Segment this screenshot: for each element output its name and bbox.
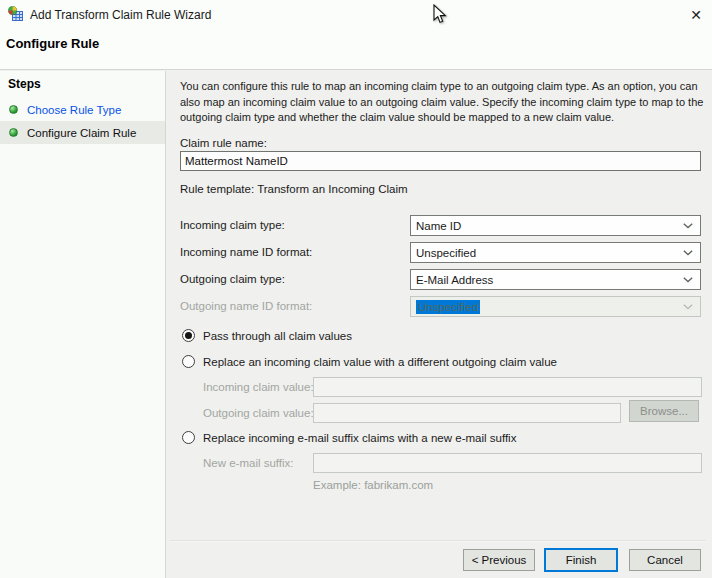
chevron-down-icon [683,250,693,256]
window-title: Add Transform Claim Rule Wizard [30,8,211,22]
outgoing-claim-value-label: Outgoing claim value: [203,407,314,419]
claim-rule-name-label: Claim rule name: [180,137,267,149]
replace-value-radio[interactable] [182,355,195,368]
close-button[interactable]: ✕ [684,4,708,26]
steps-heading: Steps [8,77,41,91]
step-complete-icon [9,105,18,114]
outgoing-claim-value-field [313,403,621,423]
example-text: Example: fabrikam.com [313,479,433,491]
step-label: Choose Rule Type [27,104,121,116]
incoming-claim-value-label: Incoming claim value: [203,381,314,393]
step-label: Configure Claim Rule [27,127,136,139]
add-transform-claim-rule-wizard-dialog: Add Transform Claim Rule Wizard ✕ Config… [0,0,712,578]
incoming-claim-type-select[interactable]: Name ID [410,215,701,236]
chevron-down-icon [683,223,693,229]
browse-button: Browse... [629,400,699,422]
incoming-name-id-format-label: Incoming name ID format: [180,246,312,258]
close-icon: ✕ [690,7,702,23]
sidebar-item-choose-rule-type: Choose Rule Type [0,98,165,121]
chevron-down-icon [683,277,693,283]
mouse-cursor-icon [433,4,447,25]
footer-divider [170,540,706,542]
rule-template-text: Rule template: Transform an Incoming Cla… [180,183,408,195]
finish-button[interactable]: Finish [544,548,618,572]
page-title: Configure Rule [6,36,99,51]
sidebar-item-configure-claim-rule: Configure Claim Rule [0,121,165,144]
outgoing-claim-type-label: Outgoing claim type: [180,273,285,285]
replace-suffix-radio[interactable] [182,431,195,444]
selected-value: E-Mail Address [416,274,493,286]
replace-value-label: Replace an incoming claim value with a d… [203,356,557,368]
intro-text: You can configure this rule to map an in… [180,79,708,126]
incoming-claim-type-label: Incoming claim type: [180,219,285,231]
replace-suffix-label: Replace incoming e-mail suffix claims wi… [203,432,516,444]
chevron-down-icon [683,304,693,310]
selected-value-highlighted: Unspecified [416,300,480,314]
selected-value: Unspecified [416,247,476,259]
outgoing-name-id-format-select: Unspecified [410,296,701,317]
new-email-suffix-label: New e-mail suffix: [203,457,294,469]
pass-through-label: Pass through all claim values [203,330,352,342]
incoming-claim-value-field [313,377,702,397]
pass-through-radio[interactable] [182,329,195,342]
previous-button[interactable]: < Previous [463,549,535,571]
cancel-button[interactable]: Cancel [629,549,701,571]
claim-rule-name-input[interactable] [180,151,701,171]
selected-value: Name ID [416,220,461,232]
outgoing-name-id-format-label: Outgoing name ID format: [180,300,312,312]
steps-sidebar: Steps Choose Rule Type Configure Claim R… [0,71,166,578]
window-header: Add Transform Claim Rule Wizard ✕ Config… [0,0,712,70]
claim-rule-wizard-icon [8,6,24,22]
step-complete-icon [9,128,18,137]
outgoing-claim-type-select[interactable]: E-Mail Address [410,269,701,290]
incoming-name-id-format-select[interactable]: Unspecified [410,242,701,263]
new-email-suffix-field [313,453,702,473]
